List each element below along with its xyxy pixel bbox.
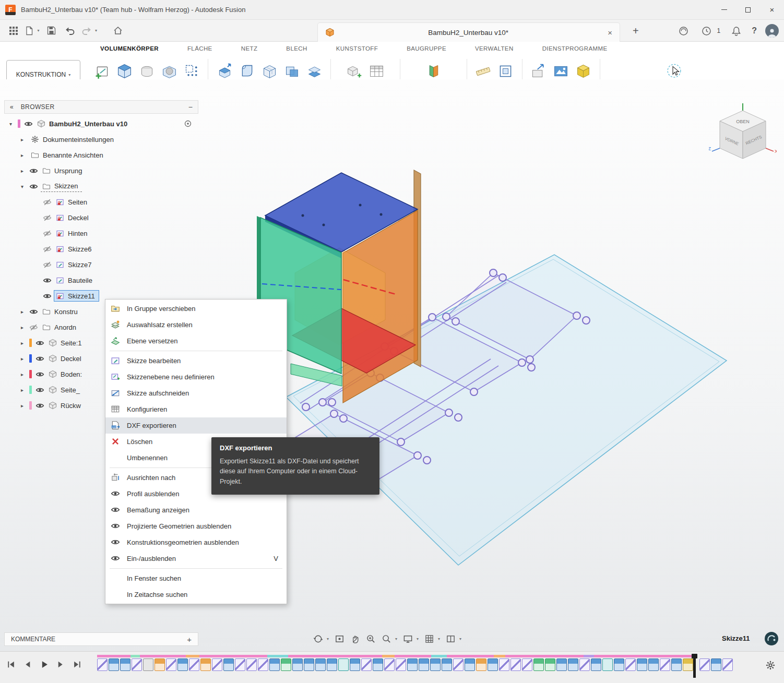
assistant-button[interactable] — [764, 631, 779, 646]
undo-button[interactable] — [63, 23, 77, 39]
timeline-feature-icon[interactable] — [361, 658, 372, 671]
timeline-feature-icon[interactable] — [120, 658, 130, 671]
timeline-feature-icon[interactable] — [625, 658, 636, 671]
timeline-feature-icon[interactable] — [683, 658, 693, 671]
visibility-off-icon[interactable] — [43, 213, 54, 222]
expand-chevron-icon[interactable]: ▸ — [21, 168, 29, 174]
menu-item-in-gruppe-verschieben[interactable]: In Gruppe verschieben — [105, 301, 287, 317]
insert-mcmaster-button[interactable] — [574, 61, 593, 81]
visibility-on-icon[interactable] — [43, 276, 54, 285]
comments-bar[interactable]: KOMMENTARE + — [4, 632, 198, 646]
timeline-feature-icon[interactable] — [602, 658, 613, 671]
zoom-window-button[interactable]: ▾ — [382, 634, 397, 644]
visibility-on-icon[interactable] — [35, 370, 47, 379]
timeline-feature-icon[interactable] — [711, 658, 721, 671]
menu-item-in-zeitachse-suchen[interactable]: In Zeitachse suchen — [105, 586, 287, 603]
browser-item-skizzen[interactable]: ▾Skizzen — [4, 178, 198, 194]
timeline-feature-icon[interactable] — [556, 658, 567, 671]
minimize-panel-icon[interactable]: − — [188, 103, 193, 111]
timeline-settings-gear-icon[interactable] — [765, 660, 776, 670]
timeline-feature-icon[interactable] — [315, 658, 326, 671]
browser-item-ursprung[interactable]: ▸Ursprung — [4, 163, 198, 178]
display-settings-button[interactable]: ▾ — [403, 634, 419, 644]
maximize-button[interactable] — [736, 0, 760, 20]
visibility-on-icon[interactable] — [35, 354, 47, 363]
viewcube[interactable]: OBEN VORNE RECHTS Z X — [709, 103, 777, 166]
visibility-on-icon[interactable] — [35, 339, 47, 348]
expand-chevron-icon[interactable]: ▾ — [21, 184, 29, 189]
new-tab-button[interactable]: + — [633, 25, 639, 37]
menu-item-auswahlsatz-erstellen[interactable]: Auswahlsatz erstellen — [105, 317, 287, 333]
timeline-feature-icon[interactable] — [292, 658, 303, 671]
app-launcher-grid-icon[interactable] — [6, 23, 21, 39]
menu-item-in-fenster-suchen[interactable]: In Fenster suchen — [105, 570, 287, 586]
browser-item-deckel[interactable]: Deckel — [4, 210, 198, 225]
timeline-feature-icon[interactable] — [419, 658, 429, 671]
visibility-off-icon[interactable] — [29, 323, 41, 332]
ribbon-tab-dienstprogramme[interactable]: DIENSTPROGRAMME — [542, 45, 608, 52]
menu-item-skizze-bearbeiten[interactable]: Skizze bearbeiten — [105, 353, 287, 369]
browser-item-benannte-ansichten[interactable]: ▸Benannte Ansichten — [4, 147, 198, 163]
ribbon-tab-volumenk-rper[interactable]: VOLUMENKÖRPER — [100, 45, 159, 52]
timeline-feature-icon[interactable] — [430, 658, 441, 671]
visibility-off-icon[interactable] — [43, 198, 54, 207]
skip-to-start-button[interactable] — [6, 660, 15, 669]
timeline-feature-icon[interactable] — [304, 658, 314, 671]
timeline-feature-icon[interactable] — [488, 658, 498, 671]
minimize-button[interactable] — [712, 0, 736, 20]
menu-item-dxf-exportieren[interactable]: DXF exportieren — [105, 417, 287, 434]
expand-chevron-icon[interactable]: ▸ — [21, 309, 29, 315]
timeline-feature-icon[interactable] — [614, 658, 624, 671]
play-button[interactable] — [40, 660, 49, 669]
ribbon-tab-fl-che[interactable]: FLÄCHE — [187, 45, 212, 52]
timeline-feature-icon[interactable] — [327, 658, 337, 671]
timeline-feature-icon[interactable] — [166, 658, 176, 671]
viewports-button[interactable]: ▾ — [446, 634, 461, 644]
revolve-button[interactable] — [137, 61, 157, 81]
expand-chevron-icon[interactable]: ▸ — [21, 340, 29, 346]
notifications-bell-icon[interactable] — [729, 23, 743, 39]
ribbon-tab-blech[interactable]: BLECH — [286, 45, 307, 52]
ribbon-tab-netz[interactable]: NETZ — [241, 45, 258, 52]
timeline-feature-icon[interactable] — [465, 658, 475, 671]
timeline-feature-icon[interactable] — [246, 658, 257, 671]
menu-item-konfigurieren[interactable]: Konfigurieren — [105, 401, 287, 417]
timeline-feature-icon[interactable] — [189, 658, 199, 671]
visibility-off-icon[interactable] — [43, 260, 54, 269]
select-button[interactable] — [664, 61, 684, 81]
browser-item-skizze7[interactable]: Skizze7 — [4, 257, 198, 272]
visibility-on-icon[interactable] — [24, 119, 35, 128]
configure-feature-button[interactable] — [344, 61, 364, 81]
expand-chevron-icon[interactable]: ▸ — [21, 372, 29, 377]
timeline-feature-icon[interactable] — [648, 658, 659, 671]
configuration-table-button[interactable] — [366, 61, 386, 81]
menu-item-konstruktionsgeometrien-ausblenden[interactable]: Konstruktionsgeometrien ausblenden — [105, 534, 287, 550]
file-menu-button[interactable]: ▾ — [25, 23, 40, 39]
expand-chevron-icon[interactable]: ▾ — [9, 121, 18, 127]
timeline-feature-icon[interactable] — [281, 658, 291, 671]
activate-component-radio[interactable] — [184, 119, 192, 128]
offset-face-button[interactable] — [304, 61, 324, 81]
section-analysis-button[interactable] — [496, 61, 516, 81]
timeline-feature-icon[interactable] — [407, 658, 418, 671]
ribbon-tab-baugruppe[interactable]: BAUGRUPPE — [407, 45, 446, 52]
timeline-feature-icon[interactable] — [671, 658, 682, 671]
expand-chevron-icon[interactable]: ▸ — [21, 152, 29, 158]
timeline-feature-icon[interactable] — [143, 658, 153, 671]
timeline-feature-icon[interactable] — [350, 658, 360, 671]
expand-chevron-icon[interactable]: ▸ — [21, 356, 29, 362]
timeline-feature-icon[interactable] — [97, 658, 108, 671]
timeline-feature-icon[interactable] — [442, 658, 452, 671]
timeline-feature-icon[interactable] — [453, 658, 464, 671]
fillet-button[interactable] — [237, 61, 257, 81]
expand-chevron-icon[interactable]: ▸ — [21, 403, 29, 409]
browser-item-dokumenteinstellungen[interactable]: ▸Dokumenteinstellungen — [4, 131, 198, 147]
home-button[interactable] — [111, 23, 125, 39]
visibility-on-icon[interactable] — [29, 307, 41, 316]
menu-item-projizierte-geometrien-ausblenden[interactable]: Projizierte Geometrien ausblenden — [105, 518, 287, 534]
collapse-panel-icon[interactable]: « — [10, 103, 14, 111]
extensions-icon[interactable] — [676, 23, 691, 39]
timeline-feature-icon[interactable] — [384, 658, 395, 671]
press-pull-button[interactable] — [215, 61, 234, 81]
save-button[interactable] — [44, 23, 58, 39]
